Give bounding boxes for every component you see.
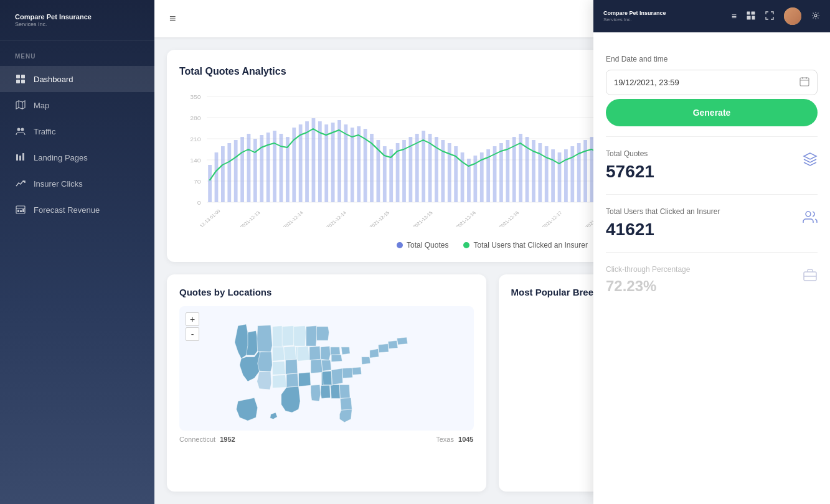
svg-rect-39 xyxy=(247,134,251,202)
svg-rect-86 xyxy=(551,149,555,202)
state-ny xyxy=(341,347,350,355)
insurer-clicks-label: Insurer Clicks xyxy=(34,179,83,189)
svg-text:0: 0 xyxy=(197,200,201,206)
sidebar-item-map[interactable]: Map xyxy=(0,92,154,118)
total-quotes-value: 57621 xyxy=(606,162,654,182)
state-nm xyxy=(272,375,286,388)
svg-rect-49 xyxy=(312,118,316,202)
panel-hamburger-icon[interactable]: ≡ xyxy=(732,11,737,21)
svg-point-7 xyxy=(21,128,24,131)
svg-text:2021-12-14: 2021-12-14 xyxy=(282,210,304,227)
map-stat1: Connecticut 1952 xyxy=(179,436,235,443)
state-ok xyxy=(286,373,298,388)
map-icon xyxy=(15,100,26,111)
svg-rect-3 xyxy=(21,80,25,83)
total-quotes-content: Total Quotes 57621 xyxy=(606,149,654,182)
svg-text:2021-12-14: 2021-12-14 xyxy=(325,210,347,227)
svg-text:2021-12-15: 2021-12-15 xyxy=(369,210,391,227)
svg-rect-44 xyxy=(280,134,283,202)
dashboard-label: Dashboard xyxy=(34,75,73,84)
state-md-dc xyxy=(352,367,361,375)
svg-rect-14 xyxy=(20,210,22,212)
svg-rect-89 xyxy=(570,146,574,202)
total-users-label: Total Users that Clicked an Insurer xyxy=(606,207,720,216)
total-users-value: 41621 xyxy=(606,220,720,240)
svg-rect-0 xyxy=(16,75,20,78)
state-sc xyxy=(339,385,350,398)
sidebar-item-traffic[interactable]: Traffic xyxy=(0,118,154,144)
svg-text:2021-12-15: 2021-12-15 xyxy=(412,210,434,227)
panel-topbar: Compare Pet Insurance Services Inc. ≡ xyxy=(593,0,830,32)
state-al xyxy=(321,385,331,398)
sidebar-item-dashboard[interactable]: Dashboard xyxy=(0,66,154,92)
svg-rect-37 xyxy=(234,140,238,202)
state-wy xyxy=(272,347,284,362)
svg-text:70: 70 xyxy=(194,179,201,185)
svg-rect-36 xyxy=(227,143,231,202)
ctr-value: 72.23% xyxy=(606,278,690,295)
panel-gear-icon[interactable] xyxy=(811,11,820,22)
svg-rect-34 xyxy=(215,152,219,202)
state-tx xyxy=(281,386,301,413)
svg-rect-35 xyxy=(221,146,225,202)
svg-rect-53 xyxy=(337,120,341,202)
svg-rect-10 xyxy=(22,153,24,161)
svg-rect-52 xyxy=(331,123,335,202)
svg-rect-1 xyxy=(21,75,25,78)
svg-rect-42 xyxy=(266,133,270,202)
svg-text:210: 210 xyxy=(190,136,201,142)
legend-quotes: Total Quotes xyxy=(397,241,448,250)
state-ct-ri xyxy=(370,348,379,358)
generate-button[interactable]: Generate xyxy=(606,99,818,126)
panel-grid-icon[interactable] xyxy=(747,11,755,22)
svg-rect-70 xyxy=(448,143,451,202)
svg-point-149 xyxy=(814,14,817,17)
state-id xyxy=(257,325,273,352)
sidebar-item-forecast-revenue[interactable]: Forecast Revenue xyxy=(0,197,154,223)
svg-rect-69 xyxy=(441,140,445,202)
legend-insurer-dot xyxy=(463,242,469,248)
sidebar-item-landing-pages[interactable]: Landing Pages xyxy=(0,144,154,170)
state-ms xyxy=(311,385,321,401)
logo-sub: Services Inc. xyxy=(15,21,139,27)
state-nh-vt xyxy=(388,340,398,348)
forecast-revenue-label: Forecast Revenue xyxy=(34,205,100,215)
zoom-in-button[interactable]: + xyxy=(186,312,199,326)
svg-rect-87 xyxy=(558,152,562,202)
svg-rect-2 xyxy=(16,80,20,83)
panel-expand-icon[interactable] xyxy=(765,11,774,22)
svg-text:2021-12-13: 2021-12-13 xyxy=(239,210,262,227)
state-va xyxy=(342,368,353,378)
legend-quotes-dot xyxy=(397,242,403,248)
state-mi-up xyxy=(316,327,329,341)
svg-rect-33 xyxy=(208,165,212,202)
panel-topbar-icons: ≡ xyxy=(732,7,820,25)
layers-icon xyxy=(803,152,818,170)
forecast-revenue-icon xyxy=(15,204,26,215)
state-ia xyxy=(298,346,309,361)
sidebar-item-insurer-clicks[interactable]: Insurer Clicks xyxy=(0,170,154,197)
chart-title: Total Quotes Analytics xyxy=(179,66,286,77)
svg-rect-55 xyxy=(351,128,354,202)
total-quotes-label: Total Quotes xyxy=(606,149,654,158)
state-az xyxy=(257,371,271,390)
state-pa xyxy=(331,355,342,362)
side-panel: Compare Pet Insurance Services Inc. ≡ xyxy=(593,0,830,504)
hamburger-icon[interactable]: ≡ xyxy=(169,12,176,26)
panel-logo-sub: Services Inc. xyxy=(603,17,666,22)
briefcase-icon xyxy=(803,268,818,286)
svg-rect-90 xyxy=(577,143,581,202)
insurer-clicks-icon xyxy=(15,178,26,189)
zoom-out-button[interactable]: - xyxy=(186,327,199,341)
landing-pages-label: Landing Pages xyxy=(34,153,88,162)
legend-insurer-label: Total Users that Clicked an Insurer xyxy=(473,241,587,250)
svg-rect-8 xyxy=(16,154,18,161)
state-nv xyxy=(258,352,273,372)
map-card-title: Quotes by Locations xyxy=(179,287,474,297)
state-ma xyxy=(378,344,389,353)
svg-rect-150 xyxy=(800,78,809,86)
svg-rect-41 xyxy=(260,135,263,202)
date-input-wrapper[interactable]: 19/12/2021, 23:59 xyxy=(606,70,818,95)
sidebar-menu-label: MENU xyxy=(0,40,154,66)
sidebar-logo: Compare Pet Insurance Services Inc. xyxy=(0,0,154,40)
